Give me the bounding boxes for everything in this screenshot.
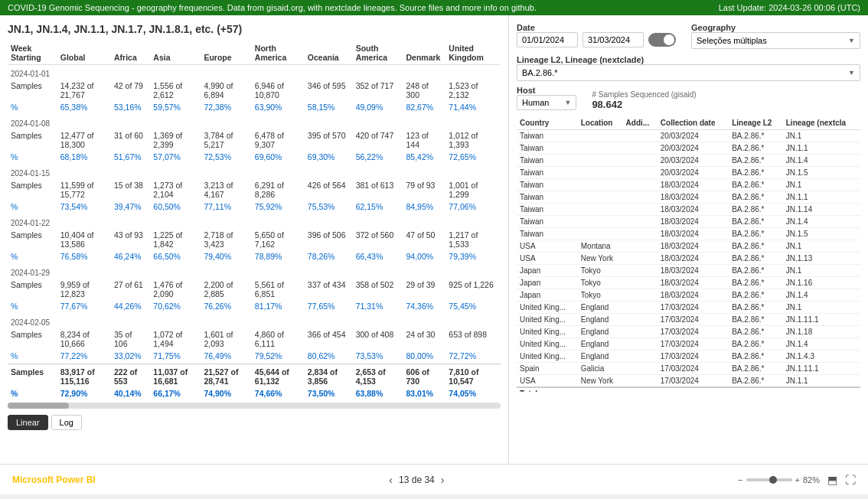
- pct-cell: 75,92%: [252, 201, 305, 214]
- pct-cell: 65,38%: [57, 101, 111, 115]
- log-button[interactable]: Log: [51, 415, 82, 430]
- col-lineage-l2: Lineage L2: [729, 116, 783, 130]
- page-current: 13: [399, 475, 409, 485]
- share-icon[interactable]: ⬒: [827, 474, 837, 486]
- pct-cell: 71,44%: [445, 101, 501, 115]
- table-cell: England: [578, 351, 623, 363]
- geography-dropdown[interactable]: Seleções múltiplas ▼: [691, 32, 860, 49]
- pct-cell: 75,45%: [445, 300, 501, 314]
- pct-cell: 77,65%: [305, 300, 353, 314]
- powerbi-link[interactable]: Microsoft Power BI: [12, 475, 96, 485]
- date-from-input[interactable]: [517, 32, 578, 47]
- toggle-switch[interactable]: [648, 33, 676, 47]
- table-cell: England: [578, 314, 623, 326]
- prev-page-button[interactable]: ‹: [389, 474, 393, 486]
- table-cell: Taiwan: [517, 228, 578, 240]
- samples-cell: 3,784 of 5,217: [201, 129, 251, 151]
- list-item: USANew York18/03/2024BA.2.86.*JN.1.13: [517, 253, 860, 265]
- samples-cell: 12,477 of 18,300: [57, 129, 111, 151]
- col-asia: Asia: [150, 41, 201, 65]
- pct-cell: 44,26%: [111, 300, 150, 314]
- table-cell: BA.2.86.*: [729, 363, 783, 375]
- scrollbar-thumb[interactable]: [8, 403, 69, 409]
- table-cell: 20/03/2024: [658, 155, 729, 167]
- table-cell: BA.2.86.*: [729, 302, 783, 314]
- table-cell: BA.2.86.*: [729, 326, 783, 338]
- samples-cell: 1,072 of 1,494: [150, 328, 201, 350]
- total-samples-row: Samples83,917 of 115,116222 of 55311,037…: [8, 364, 501, 388]
- samples-cell: 420 of 747: [353, 129, 403, 151]
- horizontal-scrollbar[interactable]: [8, 403, 501, 409]
- table-cell: JN.1.5: [783, 228, 860, 240]
- total-label-cell: Samples: [8, 364, 57, 388]
- samples-cell: 2,718 of 3,423: [201, 229, 251, 250]
- right-table: Country Location Addi... Collection date…: [517, 116, 860, 392]
- samples-cell: 8,234 of 10,666: [57, 328, 111, 350]
- table-cell: [578, 204, 623, 216]
- samples-cell: 396 of 506: [305, 229, 353, 250]
- col-lineage-nextcla: Lineage (nextcla: [783, 116, 860, 130]
- pct-cell: 74,36%: [403, 300, 445, 314]
- table-row: Samples12,477 of 18,30031 of 601,369 of …: [8, 129, 501, 151]
- table-cell: 20/03/2024: [658, 130, 729, 142]
- table-cell: JN.1: [783, 179, 860, 191]
- samples-cell: 248 of 300: [403, 80, 445, 101]
- table-cell: Taiwan: [517, 167, 578, 179]
- zoom-minus-icon[interactable]: −: [738, 475, 742, 484]
- pct-cell: 76,58%: [57, 250, 111, 264]
- pct-cell: 80,00%: [403, 350, 445, 364]
- table-cell: JN.1: [783, 130, 860, 142]
- samples-cell: 3,213 of 4,167: [201, 179, 251, 201]
- samples-cell: 1,523 of 2,132: [445, 80, 501, 101]
- table-cell: [623, 216, 658, 228]
- toggle-container: [648, 33, 676, 47]
- table-cell: JN.1.1: [783, 375, 860, 388]
- lineage-dropdown[interactable]: BA.2.86.* ▼: [517, 64, 860, 81]
- pct-label-cell: %: [8, 101, 57, 115]
- samples-cell: 366 of 454: [305, 328, 353, 350]
- total-samples-cell: 7,810 of 10,547: [445, 364, 501, 388]
- list-item: JapanTokyo18/03/2024BA.2.86.*JN.1.4: [517, 289, 860, 302]
- table-cell: [623, 375, 658, 388]
- samples-cell: 47 of 50: [403, 229, 445, 250]
- table-date-row: 2024-01-15: [8, 165, 501, 179]
- pct-cell: 94,00%: [403, 250, 445, 264]
- linear-button[interactable]: Linear: [8, 415, 48, 430]
- pct-cell: 73,53%: [353, 350, 403, 364]
- zoom-plus-icon[interactable]: +: [795, 475, 800, 484]
- table-cell: [623, 253, 658, 265]
- list-item: United King...England17/03/2024BA.2.86.*…: [517, 351, 860, 363]
- pct-cell: 71,75%: [150, 350, 201, 364]
- total-samples-cell: 222 of 553: [111, 364, 150, 388]
- host-dropdown[interactable]: Human ▼: [517, 95, 576, 110]
- table-cell: JN.1.11.1: [783, 314, 860, 326]
- chevron-down-icon: ▼: [848, 37, 855, 44]
- samples-label: # Samples Sequenced (gisaid): [592, 90, 696, 99]
- fullscreen-icon[interactable]: ⛶: [845, 474, 856, 486]
- table-cell: 17/03/2024: [658, 375, 729, 388]
- zoom-bar[interactable]: [746, 478, 792, 481]
- samples-cell: 2,200 of 2,885: [201, 279, 251, 300]
- pct-cell: 33,02%: [111, 350, 150, 364]
- date-cell: 2024-01-01: [8, 65, 501, 80]
- table-row: %65,38%53,16%59,57%72,38%63,90%58,15%49,…: [8, 101, 501, 115]
- table-cell: 17/03/2024: [658, 314, 729, 326]
- samples-cell: 4,990 of 6,894: [201, 80, 251, 101]
- list-item: USAMontana18/03/2024BA.2.86.*JN.1: [517, 240, 860, 253]
- total-samples-cell: 45,644 of 61,132: [252, 364, 305, 388]
- list-item: Taiwan20/03/2024BA.2.86.*JN.1.1: [517, 142, 860, 155]
- list-item: Taiwan20/03/2024BA.2.86.*JN.1.4: [517, 155, 860, 167]
- table-row: Samples8,234 of 10,66635 of 1061,072 of …: [8, 328, 501, 350]
- pct-cell: 60,50%: [150, 201, 201, 214]
- pct-cell: 79,52%: [252, 350, 305, 364]
- table-row: %76,58%46,24%66,50%79,40%78,89%78,26%66,…: [8, 250, 501, 264]
- col-south-america: South America: [353, 41, 403, 65]
- next-page-button[interactable]: ›: [441, 474, 445, 486]
- samples-cell: 4,860 of 6,111: [252, 328, 305, 350]
- col-country: Country: [517, 116, 578, 130]
- samples-cell: 42 of 79: [111, 80, 150, 101]
- col-global: Global: [57, 41, 111, 65]
- pct-cell: 58,15%: [305, 101, 353, 115]
- date-to-input[interactable]: [582, 32, 644, 47]
- pct-cell: 63,90%: [252, 101, 305, 115]
